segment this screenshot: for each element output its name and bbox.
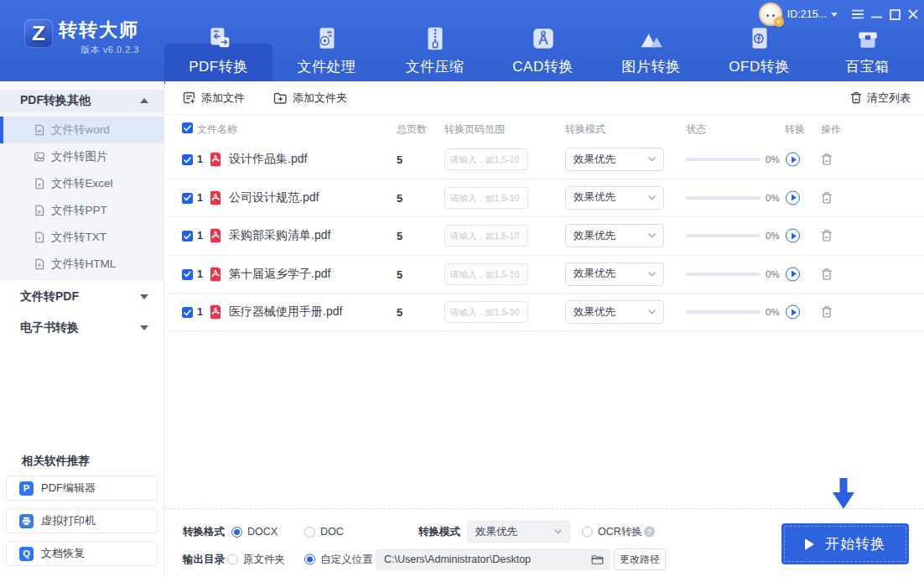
page-range-input[interactable] — [444, 148, 528, 170]
delete-row-icon[interactable] — [821, 230, 833, 242]
delete-row-icon[interactable] — [821, 153, 833, 166]
page-range-input[interactable] — [444, 263, 528, 285]
page-count: 5 — [397, 191, 402, 204]
add-folder-button[interactable]: 添加文件夹 — [273, 91, 347, 106]
promo-pdf-editor[interactable]: P PDF编辑器 — [6, 476, 158, 501]
ocr-info-icon[interactable]: ? — [644, 527, 655, 538]
close-icon[interactable] — [907, 8, 919, 20]
tab-file-process[interactable]: 文件处理 — [273, 0, 381, 84]
output-path-field — [376, 548, 610, 570]
user-caret-icon[interactable] — [831, 13, 838, 17]
collapse-down-icon — [140, 325, 148, 330]
version-label: 版本 v6.0.2.3 — [59, 44, 139, 56]
page-range-input[interactable] — [444, 301, 528, 323]
row-checkbox[interactable] — [182, 231, 193, 242]
pdf-file-icon — [209, 267, 222, 281]
sidebar-item-to-txt[interactable]: t 文件转TXT — [0, 224, 164, 251]
convert-play-button[interactable] — [786, 229, 800, 243]
convert-play-button[interactable] — [786, 267, 800, 281]
pdf-file-icon — [209, 305, 222, 320]
row-checkbox[interactable] — [182, 307, 193, 318]
sidebar-item-to-word[interactable]: w 文件转word — [0, 117, 164, 143]
footer-mode-select[interactable]: 效果优先 — [467, 521, 570, 543]
table-row: 1 医疗器械使用手册.pdf 5 效果优先 0% — [165, 294, 924, 332]
page-range-input[interactable] — [444, 187, 528, 209]
row-checkbox[interactable] — [182, 269, 193, 280]
tab-image-convert[interactable]: 图片转换 — [597, 0, 705, 84]
row-mode-select[interactable]: 效果优先 — [565, 224, 664, 247]
row-mode-select[interactable]: 效果优先 — [565, 186, 664, 210]
radio-custom-location[interactable]: 自定义位置 — [304, 553, 373, 567]
clear-list-trash-icon — [850, 91, 862, 104]
svg-text:h: h — [38, 263, 41, 268]
sidebar-item-to-excel[interactable]: x 文件转Excel — [0, 170, 164, 197]
table-header: 文件名称 总页数 转换页码范围 转换模式 状态 转换 操作 — [165, 115, 924, 141]
toolbar: 添加文件 添加文件夹 清空列表 — [165, 81, 924, 115]
radio-docx[interactable]: DOCX — [231, 526, 278, 538]
sidebar-section-pdf-convert-other[interactable]: PDF转换其他 — [0, 90, 164, 112]
progress-bar — [686, 196, 760, 200]
folder-icon[interactable] — [591, 554, 604, 565]
doc-txt-icon: t — [34, 231, 45, 243]
promo-heading: 相关软件推荐 — [22, 454, 90, 469]
format-label: 转换格式 — [183, 525, 225, 539]
pdf-file-icon — [209, 153, 222, 167]
doc-image-icon — [34, 151, 45, 163]
logo-z-icon: Z — [24, 19, 53, 48]
delete-row-icon[interactable] — [821, 191, 833, 204]
select-all-checkbox[interactable] — [182, 122, 193, 133]
page-range-input[interactable] — [444, 225, 528, 247]
pdf-editor-icon: P — [19, 481, 34, 496]
tab-cad-convert[interactable]: CAD转换 — [489, 0, 597, 84]
clear-list-button[interactable]: 清空列表 — [850, 91, 911, 106]
sidebar-item-to-ppt[interactable]: p 文件转PPT — [0, 197, 164, 224]
promo-doc-recovery[interactable]: Q 文档恢复 — [6, 541, 158, 566]
progress-percent: 0% — [766, 193, 780, 203]
page-count: 5 — [397, 153, 402, 166]
maximize-icon[interactable] — [889, 8, 901, 20]
tab-pdf-convert[interactable]: PDF转换 — [164, 0, 273, 84]
col-convert: 转换 — [785, 122, 805, 137]
progress-bar — [686, 310, 760, 314]
promo-virtual-printer[interactable]: 虚拟打印机 — [6, 508, 158, 533]
minimize-icon[interactable] — [870, 8, 882, 20]
row-index: 1 — [197, 153, 203, 165]
row-mode-select[interactable]: 效果优先 — [565, 263, 664, 286]
sidebar: PDF转换其他 w 文件转word 文件转图片 x 文件转Excel — [0, 81, 164, 577]
convert-play-button[interactable] — [786, 305, 800, 320]
progress-bar — [686, 234, 760, 237]
row-mode-select[interactable]: 效果优先 — [565, 300, 664, 324]
collapse-up-icon — [140, 98, 148, 103]
sidebar-item-to-image[interactable]: 文件转图片 — [0, 143, 164, 170]
start-convert-button[interactable]: 开始转换 — [781, 523, 909, 564]
doc-recovery-icon: Q — [19, 547, 34, 561]
row-index: 1 — [197, 230, 203, 242]
row-checkbox[interactable] — [182, 193, 193, 204]
row-mode-select[interactable]: 效果优先 — [565, 148, 664, 171]
change-path-button[interactable]: 更改路径 — [614, 548, 666, 570]
tab-file-compress[interactable]: 文件压缩 — [381, 0, 489, 84]
row-checkbox[interactable] — [182, 154, 193, 165]
convert-play-button[interactable] — [786, 153, 800, 167]
add-file-button[interactable]: 添加文件 — [183, 91, 245, 106]
output-path-input[interactable] — [384, 554, 591, 565]
chevron-down-icon — [648, 195, 656, 200]
svg-text:p: p — [38, 209, 41, 214]
delete-row-icon[interactable] — [821, 306, 833, 319]
radio-ocr[interactable]: OCR转换 — [582, 525, 642, 539]
sidebar-section-ebook[interactable]: 电子书转换 — [0, 312, 164, 343]
menu-icon[interactable] — [852, 8, 864, 20]
chevron-down-icon — [648, 309, 656, 314]
brand-title: 转转大师 — [59, 19, 139, 41]
radio-source-folder[interactable]: 原文件夹 — [227, 553, 285, 567]
sidebar-item-to-html[interactable]: h 文件转HTML — [0, 251, 164, 278]
convert-play-button[interactable] — [786, 190, 800, 205]
mode-label: 转换模式 — [418, 525, 460, 539]
radio-doc[interactable]: DOC — [304, 526, 344, 538]
virtual-printer-icon — [19, 514, 34, 528]
sidebar-section-to-pdf[interactable]: 文件转PDF — [0, 281, 164, 312]
user-avatar[interactable]: v — [759, 3, 782, 26]
bottom-bar: 转换格式 DOCX DOC 转换模式 效果优先 OCR转换 ? 输出目录 原文件… — [165, 508, 924, 577]
table-row: 1 第十届返乡学子.pdf 5 效果优先 0% — [165, 256, 924, 294]
delete-row-icon[interactable] — [821, 268, 833, 280]
